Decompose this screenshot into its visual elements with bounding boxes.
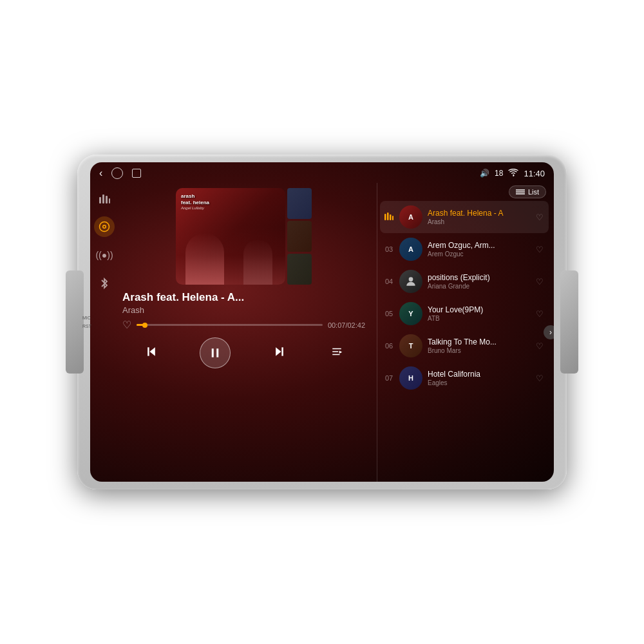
track-thumb-6: H [399, 366, 422, 390]
track-details-4: Your Love(9PM) ATB [428, 305, 531, 322]
svg-rect-3 [109, 198, 110, 204]
svg-marker-15 [339, 350, 343, 354]
svg-rect-21 [390, 214, 392, 220]
svg-rect-22 [392, 216, 393, 220]
section-divider [377, 183, 377, 482]
svg-rect-0 [99, 197, 101, 204]
recents-icon[interactable] [132, 169, 141, 178]
progress-row: ♡ 00:07/02:42 [122, 319, 365, 331]
track-thumb-3 [399, 270, 422, 293]
track-num-2: 03 [384, 245, 394, 253]
car-unit: MIC RST ‹ 🔊 18 [77, 155, 567, 489]
track-details-1: Arash feat. Helena - A Arash [428, 209, 531, 225]
playlist-item-4[interactable]: 05 Y Your Love(9PM) ATB ♡ [380, 298, 549, 330]
svg-marker-6 [150, 347, 155, 355]
album-art: arashfeat. helena Angel Lullaby [176, 188, 285, 285]
volume-icon: 🔊 [480, 169, 489, 178]
mic-label: MIC [82, 316, 91, 320]
screen: ‹ 🔊 18 11:40 [90, 162, 554, 482]
main-content: ((●)) arashfeat. helena [90, 183, 554, 482]
rst-label: RST [82, 324, 91, 328]
album-art-container: arashfeat. helena Angel Lullaby [122, 188, 365, 285]
svg-rect-20 [387, 213, 389, 220]
svg-rect-8 [212, 348, 214, 357]
track-heart-5[interactable]: ♡ [536, 341, 544, 351]
svg-rect-1 [102, 194, 104, 204]
album-art-name: Angel Lullaby [181, 206, 204, 210]
next-button[interactable] [270, 343, 289, 364]
track-title: Arash feat. Helena - A... [122, 291, 365, 304]
svg-rect-2 [106, 196, 108, 204]
track-name-4: Your Love(9PM) [428, 305, 531, 314]
player-controls [122, 337, 365, 368]
wifi-icon [508, 169, 518, 178]
track-num-6: 07 [384, 374, 394, 382]
track-thumb-4: Y [399, 302, 422, 325]
playlist-item-6[interactable]: 07 H Hotel California Eagles ♡ [380, 362, 549, 394]
playlist-item-1[interactable]: A Arash feat. Helena - A Arash ♡ [380, 201, 549, 233]
svg-rect-7 [147, 347, 149, 355]
svg-rect-11 [281, 347, 283, 355]
svg-point-23 [409, 277, 413, 281]
progress-bar[interactable] [137, 324, 323, 326]
track-sub-6: Eagles [428, 379, 531, 386]
sidebar-equalizer[interactable] [94, 188, 115, 209]
time-display: 00:07/02:42 [328, 321, 365, 329]
track-info: Arash feat. Helena - A... Arash [122, 291, 365, 315]
volume-level: 18 [495, 169, 503, 178]
track-name-6: Hotel California [428, 370, 531, 379]
track-name-5: Talking To The Mo... [428, 337, 531, 346]
track-sub-2: Arem Ozguc [428, 251, 531, 258]
track-name-1: Arash feat. Helena - A [428, 209, 531, 218]
track-num-5: 06 [384, 342, 394, 350]
playlist-item-3[interactable]: 04 positions (Explicit) Ariana Grande [380, 265, 549, 298]
track-details-6: Hotel California Eagles [428, 370, 531, 386]
sidebar: ((●)) [90, 183, 118, 482]
track-sub-4: ATB [428, 315, 531, 322]
svg-rect-19 [384, 214, 386, 220]
album-art-artist: arashfeat. helena [181, 193, 209, 205]
track-thumb-1: A [399, 205, 422, 229]
progress-dot [142, 323, 147, 328]
track-artist: Arash [122, 305, 365, 315]
track-heart-4[interactable]: ♡ [536, 309, 544, 319]
side-labels: MIC RST [82, 316, 91, 328]
playlist-item-5[interactable]: 06 T Talking To The Mo... Bruno Mars ♡ [380, 330, 549, 362]
sidebar-bluetooth[interactable] [94, 273, 115, 294]
playlist-section: List [380, 183, 554, 482]
nav-arrow-right[interactable]: › [544, 325, 554, 339]
track-sub-5: Bruno Mars [428, 347, 531, 354]
sidebar-music[interactable] [94, 216, 115, 237]
track-heart-6[interactable]: ♡ [536, 374, 544, 383]
player-section: arashfeat. helena Angel Lullaby [118, 183, 374, 482]
progress-fill [137, 324, 145, 326]
like-button[interactable]: ♡ [122, 319, 131, 331]
track-heart-3[interactable]: ♡ [536, 277, 544, 287]
queue-button[interactable] [328, 343, 346, 363]
playlist-items: A Arash feat. Helena - A Arash ♡ 03 A [380, 201, 554, 482]
track-details-3: positions (Explicit) Ariana Grande [428, 273, 531, 290]
track-num-4: 05 [384, 310, 394, 317]
sidebar-radio[interactable]: ((●)) [94, 245, 115, 265]
list-label: List [528, 188, 539, 196]
track-details-2: Arem Ozguc, Arm... Arem Ozguc [428, 241, 531, 258]
home-icon[interactable] [111, 167, 123, 179]
svg-marker-10 [276, 347, 281, 355]
svg-point-4 [100, 222, 109, 232]
time-display: 11:40 [524, 169, 545, 178]
playlist-item-2[interactable]: 03 A Arem Ozguc, Arm... Arem Ozguc ♡ [380, 233, 549, 265]
back-icon[interactable]: ‹ [99, 167, 102, 179]
svg-point-5 [103, 225, 106, 229]
prev-button[interactable] [142, 343, 161, 364]
track-sub-3: Ariana Grande [428, 283, 531, 290]
track-heart-2[interactable]: ♡ [536, 245, 544, 254]
status-left: ‹ [99, 167, 141, 179]
list-toggle-button[interactable]: List [509, 185, 546, 198]
track-details-5: Talking To The Mo... Bruno Mars [428, 337, 531, 354]
status-bar: ‹ 🔊 18 11:40 [90, 162, 554, 183]
track-num-3: 04 [384, 278, 394, 285]
track-sub-1: Arash [428, 218, 531, 225]
play-pause-button[interactable] [200, 337, 231, 368]
track-heart-1[interactable]: ♡ [536, 213, 544, 222]
track-thumb-5: T [399, 334, 422, 357]
